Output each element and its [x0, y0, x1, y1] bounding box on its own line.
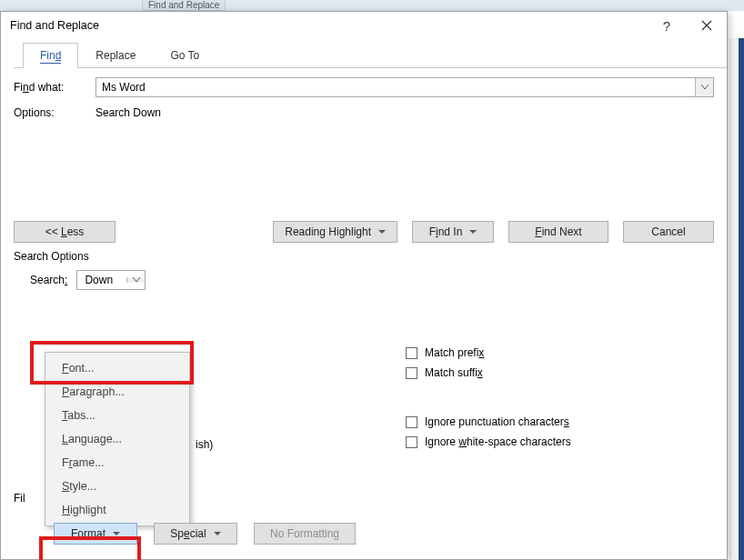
- options-label: Options:: [14, 106, 96, 119]
- no-formatting-button: No Formatting: [254, 523, 356, 545]
- format-menu-tabs[interactable]: Tabs...: [45, 404, 189, 427]
- format-menu-frame[interactable]: Frame...: [45, 451, 189, 475]
- close-icon: [701, 20, 712, 31]
- bottom-button-row: Format Special No Formatting: [14, 523, 356, 545]
- chevron-down-icon: [701, 85, 709, 90]
- match-prefix-label: Match prefix: [425, 346, 484, 359]
- format-button[interactable]: Format: [54, 523, 137, 545]
- right-checkbox-group: Match prefix Match suffix Ignore punctua…: [406, 346, 571, 448]
- checkbox[interactable]: [406, 436, 417, 448]
- parent-window-tab: Find and Replace: [142, 0, 226, 11]
- match-suffix-label: Match suffix: [425, 366, 483, 379]
- dialog-title: Find and Replace: [10, 19, 99, 32]
- parent-window-strip: [0, 0, 744, 11]
- search-direction-dropdown[interactable]: [126, 277, 145, 283]
- search-direction-select[interactable]: Down: [76, 270, 146, 290]
- find-in-button[interactable]: Find In: [412, 221, 494, 243]
- obscured-option-fragment: ish): [196, 438, 213, 451]
- find-section-label-fragment: Fil: [14, 492, 25, 505]
- format-menu: Font... Paragraph... Tabs... Language...…: [45, 352, 190, 526]
- find-what-label: Find what:: [14, 81, 96, 94]
- ignore-punct-label: Ignore punctuation characters: [425, 415, 569, 428]
- ignore-ws-label: Ignore white-space characters: [425, 435, 571, 448]
- find-replace-dialog: Find and Replace ? Find Replace Go To Fi…: [0, 11, 728, 560]
- less-button[interactable]: << Less: [14, 221, 116, 243]
- search-direction-value: Down: [77, 274, 126, 286]
- titlebar: Find and Replace ?: [1, 12, 727, 39]
- search-options-label: Search Options: [14, 250, 714, 263]
- parent-scrollbar[interactable]: [729, 38, 739, 560]
- parent-window-edge: [739, 38, 744, 560]
- format-menu-highlight[interactable]: Highlight: [45, 498, 189, 522]
- help-button[interactable]: ?: [647, 12, 687, 39]
- checkbox[interactable]: [406, 347, 417, 359]
- chevron-down-icon: [133, 277, 140, 283]
- caret-down-icon: [469, 230, 477, 234]
- tab-replace[interactable]: Replace: [78, 43, 153, 68]
- format-menu-font[interactable]: Font...: [45, 356, 189, 380]
- format-menu-paragraph[interactable]: Paragraph...: [45, 380, 189, 404]
- find-what-dropdown[interactable]: [695, 78, 713, 96]
- tab-find[interactable]: Find: [23, 43, 78, 68]
- format-menu-style[interactable]: Style...: [45, 475, 189, 498]
- help-icon: ?: [663, 18, 670, 34]
- tabstrip: Find Replace Go To: [23, 43, 714, 68]
- close-button[interactable]: [687, 12, 727, 39]
- action-button-row: << Less Reading Highlight Find In Find N…: [14, 221, 714, 243]
- format-menu-language[interactable]: Language...: [45, 427, 189, 451]
- caret-down-icon: [378, 230, 386, 234]
- find-what-input[interactable]: [96, 78, 695, 96]
- find-what-combobox[interactable]: [96, 77, 714, 97]
- reading-highlight-button[interactable]: Reading Highlight: [273, 221, 397, 243]
- tab-goto[interactable]: Go To: [153, 43, 216, 68]
- search-direction-label: Search:: [30, 274, 67, 286]
- caret-down-icon: [113, 532, 120, 535]
- options-value: Search Down: [96, 106, 161, 119]
- special-button[interactable]: Special: [154, 523, 237, 545]
- caret-down-icon: [214, 532, 221, 535]
- find-next-button[interactable]: Find Next: [508, 221, 608, 243]
- checkbox[interactable]: [406, 416, 417, 428]
- checkbox[interactable]: [406, 367, 417, 379]
- cancel-button[interactable]: Cancel: [623, 221, 714, 243]
